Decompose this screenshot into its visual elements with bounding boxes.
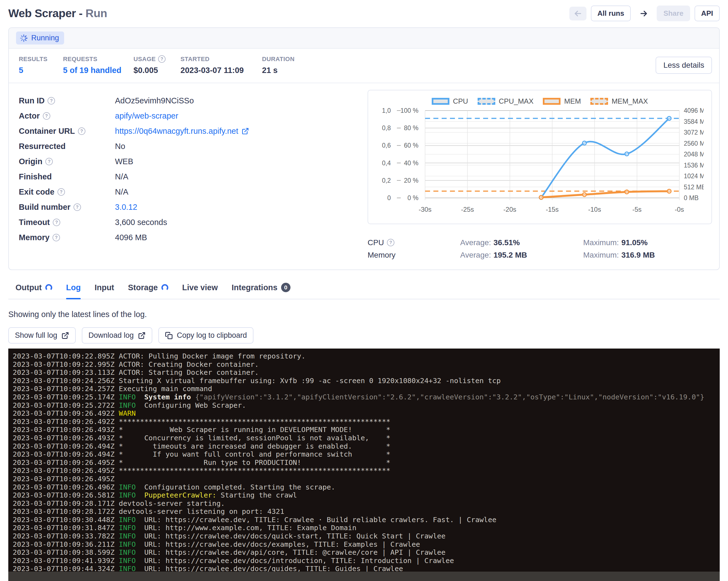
external-link-icon (61, 332, 69, 339)
stat-started-label: STARTED (180, 56, 262, 63)
tab-integrations[interactable]: Integrations0 (232, 280, 290, 299)
tab-output[interactable]: Output (16, 280, 52, 299)
page-title-run: Run (85, 7, 107, 20)
build-number-link[interactable]: 3.0.12 (115, 203, 137, 212)
tab-log[interactable]: Log (66, 280, 81, 299)
legend-swatch-mem (543, 98, 561, 105)
detail-row-build-number: Build number? 3.0.12 (19, 200, 368, 215)
detail-row-actor: Actor? apify/web-scraper (19, 108, 368, 124)
detail-row-container-url: Container URL? https://0q64wnacgyft.runs… (19, 124, 368, 139)
log-line: 2023-03-07T10:09:28.172Z devtools-server… (13, 507, 720, 516)
stat-duration-label: DURATION (262, 56, 295, 63)
tab-live-view[interactable]: Live view (182, 280, 218, 299)
log-terminal[interactable]: 2023-03-07T10:09:22.895Z ACTOR: Pulling … (8, 348, 720, 581)
container-url-link[interactable]: https://0q64wnacgyft.runs.apify.net (115, 127, 238, 136)
legend-item-mem-max[interactable]: MEM_MAX (590, 97, 648, 106)
cpu-summary-row: CPU? Average:36.51% Maximum:91.05% (368, 236, 712, 249)
loading-arc-icon (161, 284, 168, 291)
stat-requests: REQUESTS 5 of 19 handled (63, 56, 133, 75)
svg-text:0: 0 (387, 194, 391, 202)
log-scrollbar-track[interactable] (8, 572, 720, 581)
help-icon[interactable]: ? (53, 234, 60, 241)
log-line: 2023-03-07T10:09:26.492Z WARN (13, 410, 720, 418)
log-actions: Show full log Download log Copy log to c… (8, 327, 720, 344)
log-line: 2023-03-07T10:09:22.895Z ACTOR: Pulling … (13, 352, 720, 361)
external-link-icon (138, 332, 146, 339)
svg-text:-30s: -30s (419, 206, 432, 213)
stat-results-label: RESULTS (19, 56, 63, 63)
run-tabs: Output Log Input Storage Live view Integ… (8, 280, 720, 299)
detail-row-resurrected: Resurrected No (19, 139, 368, 154)
log-line: 2023-03-07T10:09:26.494Z * If you want f… (13, 450, 720, 458)
detail-row-exit-code: Exit code? N/A (19, 184, 368, 200)
all-runs-button[interactable]: All runs (591, 5, 631, 21)
svg-text:-20s: -20s (503, 206, 516, 213)
log-line: 2023-03-07T10:09:24.257Z Executing main … (13, 385, 720, 393)
stat-duration: DURATION 21 s (262, 56, 295, 75)
detail-row-run-id: Run ID? AdOz5evimh9NCiSSo (19, 93, 368, 108)
stat-usage-value: $0.005 (133, 66, 180, 75)
chart-legend: CPU CPU_MAX MEM MEM_MAX (374, 97, 706, 106)
help-icon[interactable]: ? (48, 97, 55, 104)
legend-swatch-cpu (432, 98, 449, 105)
loading-arc-icon (45, 284, 52, 291)
status-strip: Running (9, 28, 719, 49)
log-line: 2023-03-07T10:09:26.495Z (13, 475, 720, 483)
legend-item-cpu-max[interactable]: CPU_MAX (477, 97, 534, 106)
help-icon[interactable]: ? (78, 127, 85, 135)
page-title-actor: Web Scraper (8, 7, 76, 20)
help-icon[interactable]: ? (43, 112, 50, 120)
stats-row: RESULTS 5 REQUESTS 5 of 19 handled USAGE… (9, 49, 719, 83)
usage-chart: 4096 MB3584 MB3072 MB2560 MB2048 MB1536 … (374, 107, 704, 221)
svg-text:1,0: 1,0 (382, 107, 391, 114)
tab-storage[interactable]: Storage (128, 280, 168, 299)
api-button[interactable]: API (695, 5, 720, 21)
svg-text:-0s: -0s (675, 206, 684, 213)
log-line: 2023-03-07T10:09:25.272Z INFO Configurin… (13, 401, 720, 410)
download-log-button[interactable]: Download log (82, 327, 152, 344)
help-icon[interactable]: ? (158, 55, 165, 63)
stat-requests-value[interactable]: 5 of 19 handled (63, 66, 133, 75)
legend-swatch-mem-max (590, 98, 608, 105)
external-link-icon[interactable] (241, 127, 249, 135)
run-details: Run ID? AdOz5evimh9NCiSSo Actor? apify/w… (19, 90, 368, 261)
svg-text:-10s: -10s (588, 206, 601, 213)
cpu-maximum-value: 91.05% (621, 238, 648, 247)
stat-started-value: 2023-03-07 11:09 (180, 66, 262, 75)
help-icon[interactable]: ? (387, 239, 394, 246)
memory-average-value: 195.2 MB (494, 251, 527, 259)
log-line: 2023-03-07T10:09:22.995Z ACTOR: Creating… (13, 361, 720, 369)
help-icon[interactable]: ? (45, 158, 53, 165)
arrow-right-icon (639, 9, 648, 18)
legend-item-cpu[interactable]: CPU (432, 97, 468, 106)
less-details-button[interactable]: Less details (656, 57, 712, 74)
page-title-separator: - (76, 7, 85, 20)
legend-label-mem-max: MEM_MAX (612, 97, 648, 106)
previous-run-button (569, 7, 587, 21)
copy-log-button[interactable]: Copy log to clipboard (158, 327, 254, 344)
detail-row-timeout: Timeout? 3,600 seconds (19, 215, 368, 230)
next-run-button[interactable] (635, 7, 652, 21)
integrations-count-badge: 0 (281, 283, 290, 292)
help-icon[interactable]: ? (57, 188, 65, 196)
legend-label-cpu-max: CPU_MAX (499, 97, 534, 106)
actor-link[interactable]: apify/web-scraper (115, 111, 178, 121)
tab-input[interactable]: Input (95, 280, 114, 299)
legend-label-mem: MEM (564, 97, 581, 106)
help-icon[interactable]: ? (53, 219, 60, 226)
stat-results-value[interactable]: 5 (19, 66, 63, 75)
log-line: 2023-03-07T10:09:36.211Z INFO URL: https… (13, 540, 720, 549)
show-full-log-button[interactable]: Show full log (8, 327, 76, 344)
run-id-value: AdOz5evimh9NCiSSo (115, 96, 194, 105)
status-badge: Running (16, 31, 64, 45)
detail-row-origin: Origin? WEB (19, 154, 368, 169)
svg-text:60 %: 60 % (404, 142, 418, 149)
svg-text:0,4: 0,4 (382, 159, 391, 167)
legend-item-mem[interactable]: MEM (543, 97, 581, 106)
log-line: 2023-03-07T10:09:41.939Z INFO URL: https… (13, 557, 720, 565)
memory-maximum-value: 316.9 MB (621, 251, 655, 259)
usage-summary: CPU? Average:36.51% Maximum:91.05% Memor… (368, 236, 712, 261)
help-icon[interactable]: ? (74, 204, 81, 211)
log-line: 2023-03-07T10:09:33.782Z INFO URL: https… (13, 532, 720, 540)
svg-text:1536 MB: 1536 MB (684, 162, 704, 169)
